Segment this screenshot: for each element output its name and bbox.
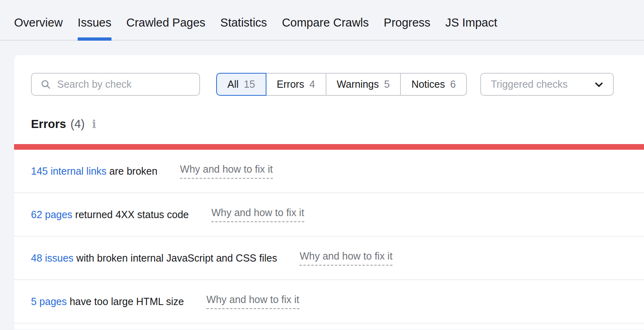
issue-count-link[interactable]: 62 pages [31, 209, 72, 221]
section-count: (4) [70, 118, 85, 131]
tab-overview[interactable]: Overview [14, 6, 63, 40]
search-input[interactable]: Search by check [31, 73, 200, 96]
filter-notices-count: 6 [450, 78, 456, 90]
severity-filter-group: All 15 Errors 4 Warnings 5 Notices 6 [216, 73, 467, 96]
error-severity-bar [14, 144, 644, 150]
issue-count-link[interactable]: 5 pages [31, 296, 67, 307]
filter-warnings-count: 5 [384, 78, 390, 90]
filter-errors-count: 4 [310, 78, 315, 90]
why-how-to-fix-link[interactable]: Why and how to fix it [299, 250, 392, 266]
tab-compare-crawls[interactable]: Compare Crawls [282, 6, 369, 40]
issue-description: with broken internal JavaScript and CSS … [74, 252, 277, 264]
filter-all-label: All [227, 78, 239, 90]
chevron-down-icon [594, 79, 604, 90]
search-icon [40, 79, 51, 90]
issue-description: returned 4XX status code [72, 209, 189, 221]
issue-description: are broken [107, 165, 157, 177]
search-placeholder: Search by check [57, 78, 132, 90]
filter-all[interactable]: All 15 [216, 73, 266, 96]
issue-row-large-html-size: 5 pages have too large HTML size Why and… [14, 280, 644, 324]
why-how-to-fix-link[interactable]: Why and how to fix it [180, 163, 273, 179]
tab-issues[interactable]: Issues [78, 6, 111, 40]
filter-warnings[interactable]: Warnings 5 [326, 73, 401, 96]
issue-description: have too large HTML size [67, 296, 184, 307]
filter-notices-label: Notices [411, 78, 445, 90]
tab-js-impact[interactable]: JS Impact [445, 6, 497, 40]
issue-row-4xx-status: 62 pages returned 4XX status code Why an… [14, 193, 644, 237]
tab-progress[interactable]: Progress [384, 6, 430, 40]
why-how-to-fix-link[interactable]: Why and how to fix it [206, 294, 299, 309]
issues-panel: Search by check All 15 Errors 4 Warnings… [14, 55, 644, 330]
info-icon[interactable]: i [92, 118, 96, 130]
triggered-checks-label: Triggered checks [491, 78, 568, 90]
filter-warnings-label: Warnings [337, 78, 379, 90]
filter-errors-label: Errors [277, 78, 304, 90]
triggered-checks-dropdown[interactable]: Triggered checks [480, 73, 614, 96]
tab-statistics[interactable]: Statistics [220, 6, 267, 40]
section-title: Errors [31, 118, 66, 131]
filter-notices[interactable]: Notices 6 [401, 73, 467, 96]
filter-all-count: 15 [244, 78, 255, 90]
issue-count-link[interactable]: 48 issues [31, 252, 74, 264]
top-tab-bar: Overview Issues Crawled Pages Statistics… [0, 0, 644, 41]
tab-crawled-pages[interactable]: Crawled Pages [126, 6, 206, 40]
issue-row-broken-js-css: 48 issues with broken internal JavaScrip… [14, 237, 644, 280]
issue-count-link[interactable]: 145 internal links [31, 165, 107, 177]
errors-section-header: Errors (4) i [14, 118, 644, 131]
filter-errors[interactable]: Errors 4 [266, 73, 326, 96]
issue-row-broken-internal-links: 145 internal links are broken Why and ho… [14, 150, 644, 193]
why-how-to-fix-link[interactable]: Why and how to fix it [211, 207, 304, 222]
filters-toolbar: Search by check All 15 Errors 4 Warnings… [14, 73, 644, 96]
